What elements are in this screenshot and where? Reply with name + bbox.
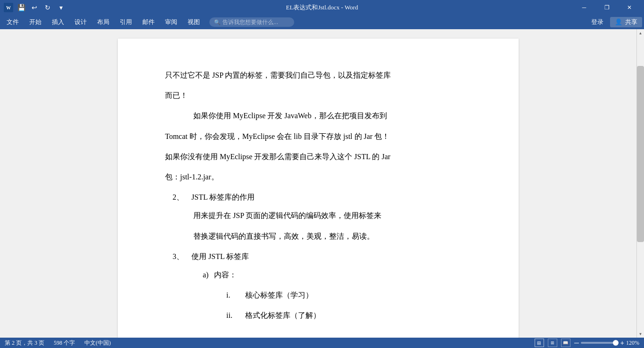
scroll-track[interactable] <box>637 37 644 330</box>
menu-view[interactable]: 视图 <box>183 16 205 28</box>
zoom-area: ─ + 120% <box>574 339 639 347</box>
zoom-out-button[interactable]: ─ <box>574 339 579 347</box>
paragraph-8: 用来提升在 JSP 页面的逻辑代码的编码效率，使用标签来 <box>193 207 471 224</box>
paragraph-5: 如果你没有使用 MyEclipse 开发那么需要自己来导入这个 JSTL 的 J… <box>165 148 471 165</box>
paragraph-6: 包：jstl-1.2.jar。 <box>165 169 471 185</box>
share-icon: 👤 <box>615 18 622 25</box>
list-number-3: 3、 <box>165 248 184 265</box>
sub-item-ii: ii. 格式化标签库（了解） <box>226 307 471 324</box>
read-view-button[interactable]: 📖 <box>561 339 570 347</box>
scroll-up-arrow[interactable]: ▲ <box>637 29 644 37</box>
list-text-2: JSTL 标签库的作用 <box>191 189 255 205</box>
menu-layout[interactable]: 布局 <box>92 16 114 28</box>
sub-item-a-text: 内容： <box>214 267 237 283</box>
paragraph-2: 而已！ <box>165 87 471 104</box>
scroll-down-arrow[interactable]: ▼ <box>637 330 644 338</box>
sub-item-a-prefix: a) <box>203 267 208 283</box>
zoom-thumb <box>613 340 619 346</box>
login-button[interactable]: 登录 <box>588 17 606 27</box>
restore-button[interactable]: ❐ <box>596 0 618 15</box>
window-title: EL表达式和Jstl.docx - Word <box>286 3 358 12</box>
page-info: 第 2 页，共 3 页 <box>5 339 44 347</box>
menu-file[interactable]: 文件 <box>2 16 24 28</box>
undo-button[interactable]: ↩ <box>28 2 41 13</box>
list-item-3: 3、 使用 JSTL 标签库 <box>165 248 471 265</box>
zoom-in-button[interactable]: + <box>620 339 624 347</box>
paragraph-1: 只不过它不是 JSP 内置的标签，需要我们自己导包，以及指定标签库 <box>165 67 471 83</box>
word-app-icon: W <box>4 3 13 12</box>
search-icon: 🔍 <box>214 19 221 25</box>
document-scroll[interactable]: 只不过它不是 JSP 内置的标签，需要我们自己导包，以及指定标签库 而已！ 如果… <box>0 29 636 338</box>
save-button[interactable]: 💾 <box>15 2 27 13</box>
top-right-actions: 登录 👤 共享 <box>588 17 642 27</box>
menu-mail[interactable]: 邮件 <box>138 16 159 28</box>
vertical-scrollbar[interactable]: ▲ ▼ <box>636 29 644 338</box>
document-content: 只不过它不是 JSP 内置的标签，需要我们自己导包，以及指定标签库 而已！ 如果… <box>165 67 471 324</box>
document-page: 只不过它不是 JSP 内置的标签，需要我们自己导包，以及指定标签库 而已！ 如果… <box>118 39 519 338</box>
language-indicator: 中文(中国) <box>84 339 111 347</box>
status-bar: 第 2 页，共 3 页 598 个字 中文(中国) ▤ ⊞ 📖 ─ + 120% <box>0 338 644 348</box>
share-button[interactable]: 👤 共享 <box>610 17 642 27</box>
scroll-thumb[interactable] <box>637 66 644 242</box>
zoom-slider[interactable] <box>581 342 619 344</box>
print-layout-view-button[interactable]: ▤ <box>535 339 544 347</box>
quick-access-toolbar: 💾 ↩ ↻ ▾ <box>15 2 67 13</box>
paragraph-9: 替换逻辑代码的直接书写，高效，美观，整洁，易读。 <box>193 228 471 244</box>
list-text-3: 使用 JSTL 标签库 <box>191 248 249 265</box>
minimize-button[interactable]: ─ <box>573 0 595 15</box>
zoom-level: 120% <box>626 340 639 347</box>
search-input[interactable] <box>223 19 289 25</box>
sub-item-ii-text: 格式化标签库（了解） <box>245 307 321 324</box>
tell-me-search[interactable]: 🔍 <box>209 17 294 27</box>
status-bar-right: ▤ ⊞ 📖 ─ + 120% <box>535 339 639 347</box>
menu-review[interactable]: 审阅 <box>160 16 182 28</box>
document-area: 只不过它不是 JSP 内置的标签，需要我们自己导包，以及指定标签库 而已！ 如果… <box>0 29 644 338</box>
window-controls: ─ ❐ ✕ <box>573 0 640 15</box>
sub-item-i-prefix: i. <box>226 287 236 303</box>
web-layout-view-button[interactable]: ⊞ <box>548 339 557 347</box>
menu-home[interactable]: 开始 <box>25 16 46 28</box>
menu-insert[interactable]: 插入 <box>47 16 69 28</box>
sub-item-ii-prefix: ii. <box>226 307 239 324</box>
ribbon-menu-bar: 文件 开始 插入 设计 布局 引用 邮件 审阅 视图 🔍 登录 👤 共享 <box>0 15 644 29</box>
close-button[interactable]: ✕ <box>619 0 640 15</box>
list-item-2: 2、 JSTL 标签库的作用 <box>165 189 471 205</box>
sub-item-i: i. 核心标签库（学习） <box>226 287 471 303</box>
menu-references[interactable]: 引用 <box>115 16 137 28</box>
menu-design[interactable]: 设计 <box>70 16 91 28</box>
redo-button[interactable]: ↻ <box>41 2 54 13</box>
sub-item-i-text: 核心标签库（学习） <box>245 287 313 303</box>
list-number-2: 2、 <box>165 189 184 205</box>
title-bar-left: W 💾 ↩ ↻ ▾ <box>4 2 67 13</box>
paragraph-4: Tomcat 时，你会发现，MyEclipse 会在 lib 目录下存放 jst… <box>165 128 471 145</box>
word-count: 598 个字 <box>54 339 75 347</box>
sub-item-a: a) 内容： <box>203 267 471 283</box>
paragraph-3: 如果你使用 MyEclipse 开发 JavaWeb，那么在把项目发布到 <box>193 107 471 124</box>
customize-quick-access-button[interactable]: ▾ <box>55 2 67 13</box>
title-bar: W 💾 ↩ ↻ ▾ EL表达式和Jstl.docx - Word ─ ❐ ✕ <box>0 0 644 15</box>
